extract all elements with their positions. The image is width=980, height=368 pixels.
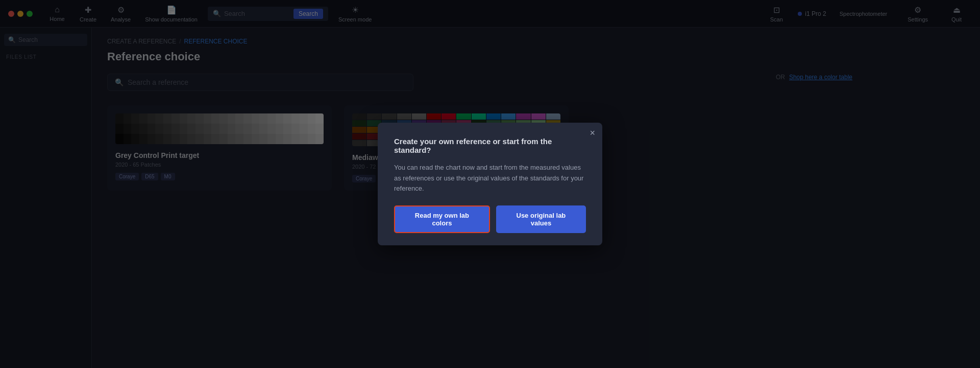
modal-actions: Read my own lab colors Use original lab … bbox=[394, 205, 586, 233]
modal-close-button[interactable]: × bbox=[590, 128, 595, 139]
modal-body: You can read the chart now and start fro… bbox=[394, 163, 586, 194]
use-original-lab-button[interactable]: Use original lab values bbox=[496, 205, 586, 233]
read-own-lab-button[interactable]: Read my own lab colors bbox=[394, 205, 490, 233]
modal-dialog: × Create your own reference or start fro… bbox=[378, 123, 602, 245]
modal-overlay: × Create your own reference or start fro… bbox=[0, 0, 980, 368]
modal-title: Create your own reference or start from … bbox=[394, 137, 586, 154]
